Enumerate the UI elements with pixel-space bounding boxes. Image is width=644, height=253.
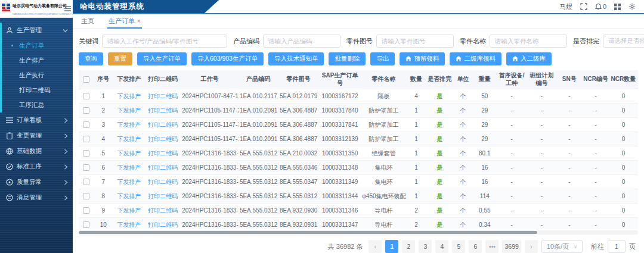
column-header-first_device: 首序设备/工种 [497, 70, 527, 89]
cell-unit: 个 [453, 104, 472, 118]
row-checkbox[interactable] [83, 93, 89, 99]
product-code-input[interactable] [263, 35, 340, 48]
page-ellipsis[interactable]: ••• [485, 240, 499, 253]
cell-part_no: 5EA.306.4887 [278, 118, 318, 132]
cell-print[interactable]: 打印二维码 [145, 104, 181, 118]
part-no-input[interactable] [376, 35, 454, 48]
row-checkbox[interactable] [83, 193, 89, 199]
sidebar-subitem-打印二维码[interactable]: 打印二维码 [2, 83, 73, 98]
row-checkbox[interactable] [83, 150, 89, 157]
notification-bell-icon[interactable]: 0 [595, 3, 606, 10]
cell-print[interactable]: 打印二维码 [145, 89, 181, 104]
sidebar-item-生产管理[interactable]: 生产管理 [2, 23, 73, 38]
check-circle-icon [6, 163, 13, 170]
page-button-3[interactable]: 3 [419, 240, 432, 253]
database-icon [6, 148, 13, 155]
page-button-6[interactable]: 6 [469, 240, 482, 253]
sidebar-item-消息管理[interactable]: 消息管理 [0, 190, 73, 205]
cell-dispatch[interactable]: 下发排产 [113, 204, 144, 218]
tab-生产订单[interactable]: 生产订单× [107, 14, 142, 29]
sidebar-item-订单看板[interactable]: 订单看板 [0, 113, 73, 128]
cell-ncr_no: - [582, 189, 609, 204]
sidebar-collapse-icon[interactable] [64, 6, 71, 11]
cell-dispatch[interactable]: 下发排产 [113, 218, 144, 230]
fullscreen-icon[interactable] [580, 3, 587, 10]
export-button[interactable]: 导出 [370, 52, 395, 65]
reserve-material-button[interactable]: 预留领料 [400, 52, 445, 65]
filter-label-scheduled: 是否排完 [573, 37, 599, 46]
cell-remark: - [637, 118, 638, 132]
cell-sn: - [557, 218, 582, 230]
next-page-button[interactable]: › [525, 240, 538, 253]
page-button-1[interactable]: 1 [385, 240, 398, 253]
cell-dispatch[interactable]: 下发排产 [113, 189, 144, 204]
cell-part_name: 导电杆 [361, 218, 407, 230]
settings-gear-icon[interactable] [628, 3, 636, 10]
sidebar-subitem-label: 打印二维码 [19, 86, 51, 95]
tab-主页[interactable]: 主页 [80, 14, 95, 29]
import-603-button[interactable]: 导入603/903生产订单 [191, 52, 264, 65]
horizontal-scrollbar-track[interactable] [79, 230, 638, 235]
page-button-2[interactable]: 2 [402, 240, 415, 253]
cell-dispatch[interactable]: 下发排产 [113, 132, 144, 146]
scheduled-select[interactable]: 请选择是否排完∨ [603, 35, 644, 48]
select-all-checkbox[interactable] [83, 76, 89, 83]
page-jump-input[interactable] [608, 240, 626, 253]
batch-delete-button[interactable]: 批量删除 [329, 52, 366, 65]
cell-print[interactable]: 打印二维码 [145, 161, 181, 175]
page-button-5[interactable]: 5 [452, 240, 465, 253]
cell-print[interactable]: 打印二维码 [145, 189, 181, 204]
row-checkbox[interactable] [83, 221, 89, 228]
row-checkbox[interactable] [83, 164, 89, 171]
reset-button[interactable]: 重置 [108, 52, 132, 65]
page-size-select[interactable]: 10条/页 ∨ [541, 240, 583, 253]
sidebar-subitem-生产执行[interactable]: 生产执行 [2, 68, 73, 83]
cell-dispatch[interactable]: 下发排产 [113, 118, 144, 132]
page-button-3699[interactable]: 3699 [502, 240, 521, 253]
column-header-sn: SN号 [557, 70, 582, 89]
apps-grid-icon[interactable] [614, 4, 621, 10]
cell-print[interactable]: 打印二维码 [145, 118, 181, 132]
cell-dispatch[interactable]: 下发排产 [113, 146, 144, 161]
sidebar-item-变更管理[interactable]: 变更管理 [0, 128, 73, 143]
cell-qty: 2 [407, 218, 426, 230]
cell-print[interactable]: 打印二维码 [145, 204, 181, 218]
sidebar-item-基础数据[interactable]: 基础数据 [0, 143, 73, 159]
cell-part_name: 防护罩加工 [361, 104, 407, 118]
sidebar-subitem-工序汇总[interactable]: 工序汇总 [2, 98, 73, 113]
cell-qty: 4 [407, 89, 426, 104]
cell-part_no: 5EA.306.4887 [278, 132, 318, 146]
cell-print[interactable]: 打印二维码 [145, 132, 181, 146]
keyword-input[interactable] [102, 35, 227, 48]
horizontal-scrollbar-thumb[interactable] [79, 231, 537, 234]
into-secondary-store-button[interactable]: 入二级库 [506, 52, 552, 65]
part-name-input[interactable] [490, 35, 567, 48]
row-checkbox[interactable] [83, 136, 89, 142]
row-checkbox[interactable] [83, 207, 89, 214]
cell-print[interactable]: 打印二维码 [145, 175, 181, 189]
row-checkbox[interactable] [83, 121, 89, 128]
import-notice-button[interactable]: 导入技术通知单 [268, 52, 324, 65]
tab-close-icon[interactable]: × [137, 18, 141, 24]
cell-print[interactable]: 打印二维码 [145, 146, 181, 161]
search-button[interactable]: 查询 [79, 52, 103, 65]
import-order-button[interactable]: 导入生产订单 [137, 52, 187, 65]
prev-page-button[interactable]: ‹ [369, 240, 382, 253]
row-checkbox[interactable] [83, 107, 89, 114]
sidebar-subitem-生产订单[interactable]: 生产订单 [2, 38, 73, 53]
user-name[interactable]: 马煜 [559, 2, 572, 11]
filter-label-part-name: 零件名称 [460, 37, 486, 46]
cell-part_name: 防护罩加工 [361, 118, 407, 132]
cell-dispatch[interactable]: 下发排产 [113, 175, 144, 189]
cell-scheduled: 是 [426, 104, 453, 118]
sidebar-item-标准工序[interactable]: 标准工序 [0, 159, 73, 174]
sidebar-subitem-生产排产[interactable]: 生产排产 [2, 53, 73, 68]
cell-print[interactable]: 打印二维码 [145, 218, 181, 230]
row-checkbox[interactable] [83, 179, 89, 185]
page-button-4[interactable]: 4 [435, 240, 448, 253]
cell-dispatch[interactable]: 下发排产 [113, 161, 144, 175]
cell-dispatch[interactable]: 下发排产 [113, 104, 144, 118]
secondary-store-pick-button[interactable]: 二级库领料 [450, 52, 501, 65]
cell-dispatch[interactable]: 下发排产 [113, 89, 144, 104]
sidebar-item-质量异常[interactable]: 质量异常 [0, 174, 73, 190]
